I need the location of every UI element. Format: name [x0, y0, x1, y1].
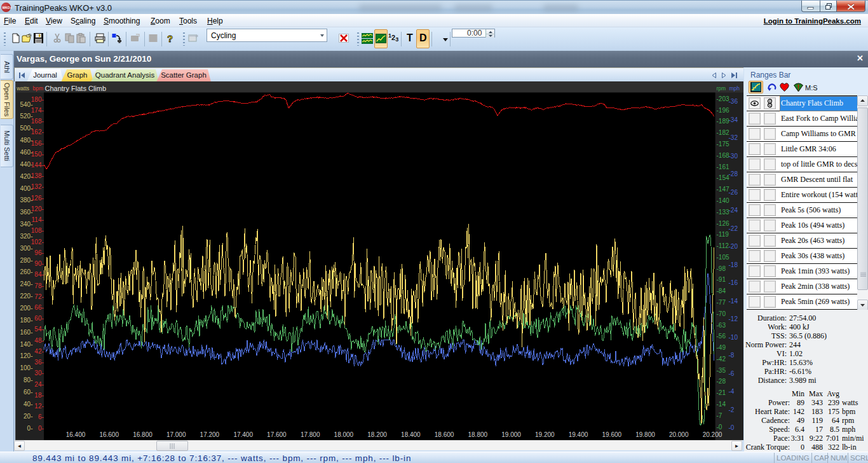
svg-text:156-: 156-	[31, 140, 44, 147]
svg-text:138-: 138-	[31, 172, 44, 179]
svg-text:-12: -12	[729, 315, 738, 322]
svg-text:-7: -7	[717, 412, 722, 419]
svg-text:-63: -63	[717, 322, 726, 329]
svg-text:174-: 174-	[31, 107, 44, 114]
svg-text:42-: 42-	[34, 348, 43, 355]
svg-text:-0: -0	[729, 424, 735, 431]
svg-text:-147: -147	[717, 186, 729, 193]
svg-text:120-: 120-	[31, 205, 44, 212]
svg-text:-126: -126	[717, 220, 729, 227]
svg-text:20-: 20-	[24, 413, 32, 420]
svg-text:18.200: 18.200	[367, 431, 387, 438]
svg-text:-28: -28	[729, 170, 738, 177]
svg-text:-154: -154	[717, 174, 729, 181]
svg-text:30-: 30-	[34, 370, 43, 377]
svg-text:162-: 162-	[31, 128, 44, 135]
svg-text:-14: -14	[717, 401, 726, 408]
svg-text:-0: -0	[717, 424, 722, 431]
svg-text:19.000: 19.000	[501, 431, 521, 438]
svg-text:-30: -30	[729, 153, 738, 160]
svg-text:150-: 150-	[31, 151, 44, 158]
svg-text:17.000: 17.000	[166, 431, 186, 438]
svg-text:-20: -20	[729, 243, 738, 250]
svg-text:17.800: 17.800	[301, 431, 320, 438]
svg-text:200-: 200-	[20, 305, 32, 312]
svg-text:6-: 6-	[38, 413, 44, 420]
svg-text:12-: 12-	[34, 403, 43, 410]
svg-text:260-: 260-	[20, 268, 32, 275]
svg-text:-168: -168	[717, 152, 729, 159]
svg-text:-4: -4	[729, 388, 735, 395]
svg-text:140-: 140-	[20, 341, 32, 348]
svg-text:-70: -70	[717, 310, 726, 317]
svg-text:18.400: 18.400	[401, 431, 421, 438]
svg-text:-34: -34	[729, 116, 738, 123]
svg-text:bpm: bpm	[32, 85, 43, 92]
svg-text:220-: 220-	[20, 293, 32, 300]
svg-text:300-: 300-	[20, 245, 32, 252]
svg-text:17.200: 17.200	[200, 431, 220, 438]
svg-text:-182: -182	[717, 129, 729, 136]
svg-text:-196: -196	[717, 107, 729, 114]
svg-text:-133: -133	[717, 209, 729, 216]
svg-text:16.800: 16.800	[133, 431, 153, 438]
svg-text:19.200: 19.200	[535, 431, 555, 438]
svg-text:102-: 102-	[31, 238, 44, 245]
svg-text:-26: -26	[729, 189, 738, 196]
svg-text:120-: 120-	[20, 352, 32, 359]
svg-text:-119: -119	[717, 231, 729, 238]
svg-text:66-: 66-	[34, 304, 43, 311]
svg-text:180-: 180-	[20, 317, 32, 324]
svg-text:-6: -6	[729, 370, 735, 377]
svg-text:16.600: 16.600	[99, 431, 119, 438]
svg-text:-2: -2	[729, 406, 735, 413]
svg-text:48-: 48-	[34, 337, 43, 344]
svg-text:-140: -140	[717, 197, 729, 204]
svg-text:rpm: rpm	[717, 85, 726, 92]
svg-text:Chantry Flats Climb: Chantry Flats Climb	[45, 85, 107, 92]
svg-text:-98: -98	[717, 265, 726, 272]
svg-text:-42: -42	[717, 356, 726, 363]
svg-text:-112: -112	[717, 242, 729, 249]
svg-text:-35: -35	[717, 367, 726, 374]
svg-text:-203: -203	[717, 95, 729, 102]
svg-text:60-: 60-	[34, 315, 43, 322]
svg-text:18.800: 18.800	[468, 431, 488, 438]
svg-text:-91: -91	[717, 276, 726, 283]
svg-text:72-: 72-	[34, 293, 43, 300]
svg-text:watts: watts	[16, 85, 29, 92]
svg-text:19.600: 19.600	[602, 431, 622, 438]
svg-text:-21: -21	[717, 389, 726, 396]
svg-text:19.800: 19.800	[635, 431, 655, 438]
svg-text:36-: 36-	[34, 359, 43, 366]
svg-text:18.000: 18.000	[334, 431, 354, 438]
svg-text:108-: 108-	[31, 227, 44, 234]
svg-text:-105: -105	[717, 254, 729, 261]
svg-text:-24: -24	[729, 207, 738, 214]
svg-text:60-: 60-	[24, 389, 32, 396]
svg-text:90-: 90-	[34, 260, 43, 267]
svg-text:160-: 160-	[20, 329, 32, 336]
svg-text:-32: -32	[729, 134, 738, 141]
svg-text:17.600: 17.600	[267, 431, 287, 438]
svg-text:24-: 24-	[34, 381, 43, 388]
svg-text:16.400: 16.400	[66, 431, 86, 438]
svg-text:20.000: 20.000	[669, 431, 689, 438]
svg-text:-189: -189	[717, 118, 729, 125]
svg-text:-36: -36	[729, 98, 738, 105]
svg-text:168-: 168-	[31, 118, 44, 125]
svg-text:100-: 100-	[20, 364, 32, 371]
svg-text:-28: -28	[717, 378, 726, 385]
svg-text:-8: -8	[729, 352, 735, 359]
svg-text:-18: -18	[729, 261, 738, 268]
svg-text:-49: -49	[717, 344, 726, 351]
svg-text:-175: -175	[717, 141, 729, 148]
svg-text:126-: 126-	[31, 195, 44, 202]
svg-text:240-: 240-	[20, 280, 32, 287]
svg-text:-16: -16	[729, 279, 738, 286]
svg-text:0-: 0-	[38, 425, 44, 432]
svg-text:114-: 114-	[32, 216, 44, 223]
svg-text:-161: -161	[717, 163, 729, 170]
svg-text:280-: 280-	[20, 257, 32, 264]
svg-text:96-: 96-	[34, 249, 43, 256]
